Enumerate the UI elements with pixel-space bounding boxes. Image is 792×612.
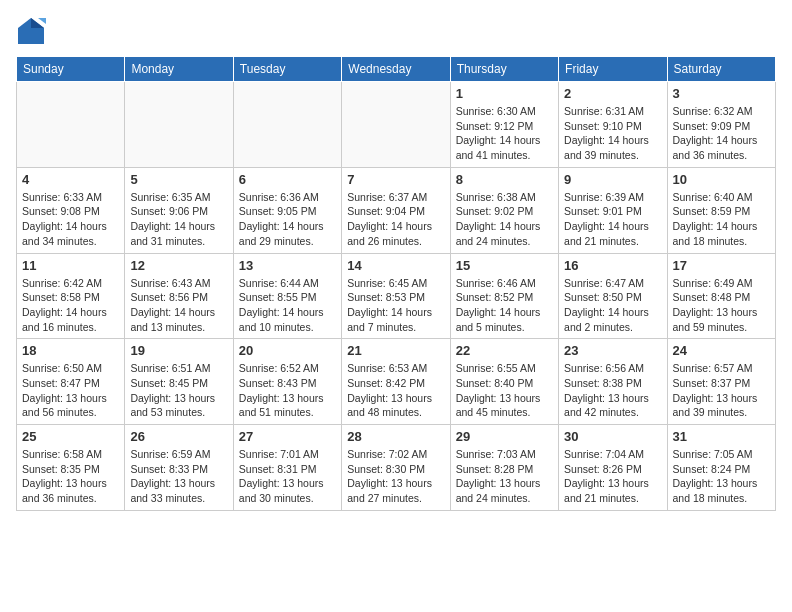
day-number: 31: [673, 429, 770, 444]
day-info: Sunrise: 7:03 AMSunset: 8:28 PMDaylight:…: [456, 447, 553, 506]
day-number: 1: [456, 86, 553, 101]
calendar-cell: 22Sunrise: 6:55 AMSunset: 8:40 PMDayligh…: [450, 339, 558, 425]
day-info: Sunrise: 6:51 AMSunset: 8:45 PMDaylight:…: [130, 361, 227, 420]
calendar-cell: 19Sunrise: 6:51 AMSunset: 8:45 PMDayligh…: [125, 339, 233, 425]
day-info: Sunrise: 6:33 AMSunset: 9:08 PMDaylight:…: [22, 190, 119, 249]
day-header-monday: Monday: [125, 57, 233, 82]
calendar-cell: 27Sunrise: 7:01 AMSunset: 8:31 PMDayligh…: [233, 425, 341, 511]
day-number: 23: [564, 343, 661, 358]
day-info: Sunrise: 6:35 AMSunset: 9:06 PMDaylight:…: [130, 190, 227, 249]
day-info: Sunrise: 6:56 AMSunset: 8:38 PMDaylight:…: [564, 361, 661, 420]
calendar-cell: 21Sunrise: 6:53 AMSunset: 8:42 PMDayligh…: [342, 339, 450, 425]
day-info: Sunrise: 6:52 AMSunset: 8:43 PMDaylight:…: [239, 361, 336, 420]
day-header-friday: Friday: [559, 57, 667, 82]
day-info: Sunrise: 6:50 AMSunset: 8:47 PMDaylight:…: [22, 361, 119, 420]
day-number: 22: [456, 343, 553, 358]
week-row-4: 18Sunrise: 6:50 AMSunset: 8:47 PMDayligh…: [17, 339, 776, 425]
day-number: 4: [22, 172, 119, 187]
calendar-cell: 29Sunrise: 7:03 AMSunset: 8:28 PMDayligh…: [450, 425, 558, 511]
day-info: Sunrise: 6:43 AMSunset: 8:56 PMDaylight:…: [130, 276, 227, 335]
calendar-cell: 9Sunrise: 6:39 AMSunset: 9:01 PMDaylight…: [559, 167, 667, 253]
calendar-cell: 13Sunrise: 6:44 AMSunset: 8:55 PMDayligh…: [233, 253, 341, 339]
calendar-cell: 25Sunrise: 6:58 AMSunset: 8:35 PMDayligh…: [17, 425, 125, 511]
day-header-saturday: Saturday: [667, 57, 775, 82]
day-info: Sunrise: 6:44 AMSunset: 8:55 PMDaylight:…: [239, 276, 336, 335]
calendar-cell: 10Sunrise: 6:40 AMSunset: 8:59 PMDayligh…: [667, 167, 775, 253]
day-number: 25: [22, 429, 119, 444]
day-number: 15: [456, 258, 553, 273]
calendar-cell: 24Sunrise: 6:57 AMSunset: 8:37 PMDayligh…: [667, 339, 775, 425]
calendar-cell: [342, 82, 450, 168]
day-number: 21: [347, 343, 444, 358]
day-info: Sunrise: 6:32 AMSunset: 9:09 PMDaylight:…: [673, 104, 770, 163]
day-info: Sunrise: 6:53 AMSunset: 8:42 PMDaylight:…: [347, 361, 444, 420]
day-number: 14: [347, 258, 444, 273]
day-number: 17: [673, 258, 770, 273]
day-info: Sunrise: 6:47 AMSunset: 8:50 PMDaylight:…: [564, 276, 661, 335]
calendar-cell: [233, 82, 341, 168]
calendar-cell: 4Sunrise: 6:33 AMSunset: 9:08 PMDaylight…: [17, 167, 125, 253]
day-number: 11: [22, 258, 119, 273]
day-number: 18: [22, 343, 119, 358]
logo: [16, 16, 50, 46]
day-number: 10: [673, 172, 770, 187]
calendar-table: SundayMondayTuesdayWednesdayThursdayFrid…: [16, 56, 776, 511]
day-number: 26: [130, 429, 227, 444]
calendar-cell: 7Sunrise: 6:37 AMSunset: 9:04 PMDaylight…: [342, 167, 450, 253]
day-header-thursday: Thursday: [450, 57, 558, 82]
week-row-3: 11Sunrise: 6:42 AMSunset: 8:58 PMDayligh…: [17, 253, 776, 339]
day-number: 7: [347, 172, 444, 187]
day-info: Sunrise: 7:01 AMSunset: 8:31 PMDaylight:…: [239, 447, 336, 506]
day-info: Sunrise: 6:46 AMSunset: 8:52 PMDaylight:…: [456, 276, 553, 335]
week-row-2: 4Sunrise: 6:33 AMSunset: 9:08 PMDaylight…: [17, 167, 776, 253]
calendar-cell: 20Sunrise: 6:52 AMSunset: 8:43 PMDayligh…: [233, 339, 341, 425]
day-info: Sunrise: 6:40 AMSunset: 8:59 PMDaylight:…: [673, 190, 770, 249]
day-info: Sunrise: 6:42 AMSunset: 8:58 PMDaylight:…: [22, 276, 119, 335]
day-number: 19: [130, 343, 227, 358]
page-header: [16, 16, 776, 46]
day-info: Sunrise: 7:05 AMSunset: 8:24 PMDaylight:…: [673, 447, 770, 506]
day-info: Sunrise: 6:59 AMSunset: 8:33 PMDaylight:…: [130, 447, 227, 506]
logo-icon: [16, 16, 46, 46]
day-number: 12: [130, 258, 227, 273]
day-info: Sunrise: 6:30 AMSunset: 9:12 PMDaylight:…: [456, 104, 553, 163]
day-number: 16: [564, 258, 661, 273]
calendar-cell: 30Sunrise: 7:04 AMSunset: 8:26 PMDayligh…: [559, 425, 667, 511]
day-info: Sunrise: 6:55 AMSunset: 8:40 PMDaylight:…: [456, 361, 553, 420]
day-info: Sunrise: 6:37 AMSunset: 9:04 PMDaylight:…: [347, 190, 444, 249]
day-info: Sunrise: 6:39 AMSunset: 9:01 PMDaylight:…: [564, 190, 661, 249]
day-number: 28: [347, 429, 444, 444]
day-number: 24: [673, 343, 770, 358]
day-number: 6: [239, 172, 336, 187]
calendar-cell: 18Sunrise: 6:50 AMSunset: 8:47 PMDayligh…: [17, 339, 125, 425]
day-header-sunday: Sunday: [17, 57, 125, 82]
calendar-cell: 8Sunrise: 6:38 AMSunset: 9:02 PMDaylight…: [450, 167, 558, 253]
day-number: 5: [130, 172, 227, 187]
day-number: 29: [456, 429, 553, 444]
calendar-cell: 23Sunrise: 6:56 AMSunset: 8:38 PMDayligh…: [559, 339, 667, 425]
day-header-wednesday: Wednesday: [342, 57, 450, 82]
day-number: 27: [239, 429, 336, 444]
calendar-cell: [125, 82, 233, 168]
week-row-5: 25Sunrise: 6:58 AMSunset: 8:35 PMDayligh…: [17, 425, 776, 511]
day-info: Sunrise: 6:57 AMSunset: 8:37 PMDaylight:…: [673, 361, 770, 420]
day-number: 3: [673, 86, 770, 101]
day-header-tuesday: Tuesday: [233, 57, 341, 82]
calendar-cell: [17, 82, 125, 168]
day-number: 8: [456, 172, 553, 187]
day-info: Sunrise: 6:45 AMSunset: 8:53 PMDaylight:…: [347, 276, 444, 335]
calendar-cell: 3Sunrise: 6:32 AMSunset: 9:09 PMDaylight…: [667, 82, 775, 168]
day-info: Sunrise: 7:02 AMSunset: 8:30 PMDaylight:…: [347, 447, 444, 506]
calendar-cell: 26Sunrise: 6:59 AMSunset: 8:33 PMDayligh…: [125, 425, 233, 511]
day-info: Sunrise: 6:31 AMSunset: 9:10 PMDaylight:…: [564, 104, 661, 163]
calendar-header-row: SundayMondayTuesdayWednesdayThursdayFrid…: [17, 57, 776, 82]
week-row-1: 1Sunrise: 6:30 AMSunset: 9:12 PMDaylight…: [17, 82, 776, 168]
calendar-cell: 16Sunrise: 6:47 AMSunset: 8:50 PMDayligh…: [559, 253, 667, 339]
day-number: 30: [564, 429, 661, 444]
calendar-cell: 28Sunrise: 7:02 AMSunset: 8:30 PMDayligh…: [342, 425, 450, 511]
calendar-cell: 11Sunrise: 6:42 AMSunset: 8:58 PMDayligh…: [17, 253, 125, 339]
calendar-cell: 6Sunrise: 6:36 AMSunset: 9:05 PMDaylight…: [233, 167, 341, 253]
day-info: Sunrise: 7:04 AMSunset: 8:26 PMDaylight:…: [564, 447, 661, 506]
calendar-cell: 15Sunrise: 6:46 AMSunset: 8:52 PMDayligh…: [450, 253, 558, 339]
calendar-cell: 1Sunrise: 6:30 AMSunset: 9:12 PMDaylight…: [450, 82, 558, 168]
